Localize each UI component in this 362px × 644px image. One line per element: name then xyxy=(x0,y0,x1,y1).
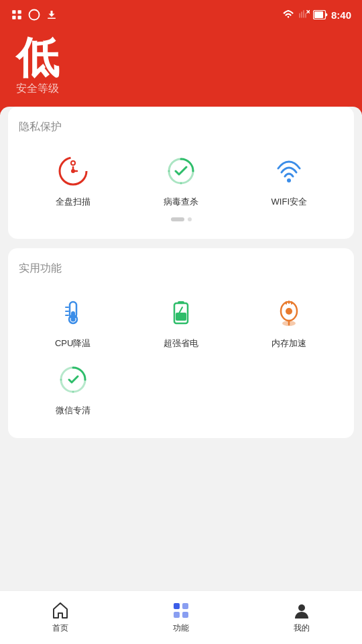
privacy-card-title: 隐私保护 xyxy=(19,120,343,134)
wifi-item[interactable]: WIFI安全 xyxy=(235,146,343,213)
nav-home-label: 首页 xyxy=(52,623,68,634)
virus-label: 病毒查杀 xyxy=(164,196,198,208)
status-time: 8:40 xyxy=(331,9,351,21)
nav-functions[interactable]: 功能 xyxy=(121,591,241,644)
virus-item[interactable]: 病毒查杀 xyxy=(127,146,235,213)
memory-icon xyxy=(269,293,308,332)
nav-home[interactable]: 首页 xyxy=(0,591,121,644)
virus-icon xyxy=(162,152,200,191)
wechat-clean-label: 微信专清 xyxy=(56,405,90,417)
dot-indicator xyxy=(19,217,343,221)
svg-rect-1 xyxy=(12,16,15,19)
svg-rect-34 xyxy=(182,612,188,618)
utils-card-title: 实用功能 xyxy=(19,262,343,276)
svg-point-26 xyxy=(286,308,292,315)
svg-rect-31 xyxy=(174,603,180,609)
svg-rect-33 xyxy=(174,612,180,618)
header: 低 安全等级 xyxy=(0,30,362,115)
security-sublabel: 安全等级 xyxy=(16,82,346,96)
home-icon xyxy=(51,601,70,620)
battery-save-label: 超强省电 xyxy=(164,337,198,350)
svg-rect-9 xyxy=(314,11,323,18)
cpu-temp-item[interactable]: CPU降温 xyxy=(19,288,127,355)
scan-icon xyxy=(54,152,93,191)
bottom-nav: 首页 功能 我的 xyxy=(0,590,362,644)
utils-card: 实用功能 CPU降温 xyxy=(8,248,354,438)
gallery-icon xyxy=(11,9,23,21)
dot-1 xyxy=(171,217,184,221)
grid-icon xyxy=(172,601,190,620)
battery-save-icon xyxy=(162,293,200,332)
wechat-clean-icon xyxy=(54,360,93,399)
scan-item[interactable]: 全盘扫描 xyxy=(19,146,127,213)
nav-functions-label: 功能 xyxy=(173,623,189,634)
cpu-temp-label: CPU降温 xyxy=(55,337,90,350)
svg-point-14 xyxy=(287,178,291,182)
scan-label: 全盘扫描 xyxy=(56,196,90,208)
svg-rect-2 xyxy=(18,10,21,13)
wechat-clean-item[interactable]: 微信专清 xyxy=(19,355,127,422)
svg-point-13 xyxy=(71,169,75,173)
circle-icon xyxy=(28,9,40,21)
svg-point-18 xyxy=(70,317,75,322)
battery-icon xyxy=(313,10,328,19)
svg-point-35 xyxy=(298,604,305,611)
privacy-card: 隐私保护 全盘扫描 xyxy=(8,107,354,239)
user-icon xyxy=(292,601,311,620)
svg-point-12 xyxy=(72,162,74,164)
wifi-sec-icon xyxy=(269,152,308,191)
memory-label: 内存加速 xyxy=(272,337,306,350)
privacy-icon-grid: 全盘扫描 病毒查杀 xyxy=(19,146,343,213)
wifi-status-icon xyxy=(282,9,294,21)
nav-mine[interactable]: 我的 xyxy=(241,591,362,644)
svg-rect-23 xyxy=(178,301,184,304)
cpu-temp-icon xyxy=(54,293,93,332)
svg-rect-0 xyxy=(12,10,15,13)
memory-item[interactable]: 内存加速 xyxy=(235,288,343,355)
svg-rect-3 xyxy=(18,16,21,19)
wifi-label: WIFI安全 xyxy=(272,196,307,208)
svg-point-4 xyxy=(29,10,40,20)
content-area: 隐私保护 全盘扫描 xyxy=(0,107,362,438)
svg-rect-5 xyxy=(48,18,56,19)
status-bar: 8:40 xyxy=(0,0,362,30)
security-level: 低 xyxy=(16,36,346,79)
battery-save-item[interactable]: 超强省电 xyxy=(127,288,235,355)
dot-2 xyxy=(188,217,192,221)
download-icon xyxy=(46,9,58,21)
nav-mine-label: 我的 xyxy=(294,623,310,634)
utils-icon-grid: CPU降温 超强省电 xyxy=(19,288,343,422)
svg-rect-32 xyxy=(182,603,188,609)
signal-icon xyxy=(298,9,310,21)
